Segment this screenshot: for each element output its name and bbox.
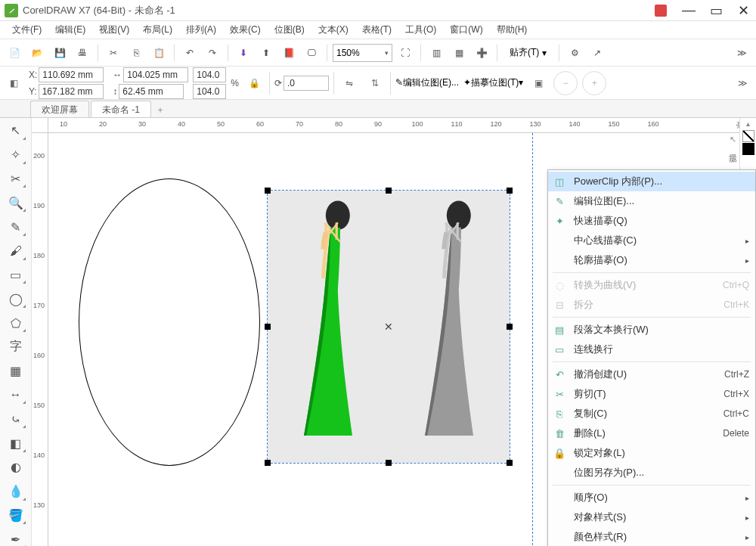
context-menu-item[interactable]: ✦快速描摹(Q) — [548, 211, 755, 231]
vertical-guide[interactable] — [532, 133, 533, 546]
resize-handle[interactable] — [507, 188, 513, 194]
palette-up-button[interactable]: ▴ — [746, 119, 750, 130]
context-menu-item[interactable]: 顺序(O)▸ — [548, 488, 755, 507]
context-menu-item[interactable]: 颜色样式(R)▸ — [548, 527, 755, 546]
scale-y-input[interactable] — [193, 84, 226, 99]
shape-tool[interactable]: ✧ — [5, 145, 26, 165]
context-menu-item[interactable]: 轮廓描摹(O)▸ — [548, 250, 755, 270]
eyedropper-tool[interactable]: 💧 — [5, 482, 26, 501]
width-input[interactable] — [123, 67, 188, 82]
close-button[interactable]: ✕ — [735, 2, 751, 19]
menu-item[interactable]: 表格(T) — [356, 21, 398, 39]
text-tool[interactable]: 字 — [5, 337, 26, 357]
context-menu-item[interactable]: 中心线描摹(C)▸ — [548, 231, 755, 250]
publish-pdf-button[interactable]: 📕 — [279, 43, 299, 63]
context-menu-item[interactable]: 🗑删除(L)Delete — [548, 423, 755, 443]
mirror-v-button[interactable]: ⇅ — [364, 73, 386, 94]
resize-handle[interactable] — [265, 188, 271, 194]
options-button[interactable]: ⚙ — [565, 43, 584, 63]
import-button[interactable]: ⬇ — [234, 43, 253, 63]
menu-item[interactable]: 帮助(H) — [491, 21, 534, 39]
resize-handle[interactable] — [507, 324, 513, 330]
dimension-tool[interactable]: ↔ — [5, 386, 26, 405]
context-menu-item[interactable]: 🔒锁定对象(L) — [548, 443, 755, 463]
minimize-button[interactable]: — — [680, 2, 697, 19]
fullscreen-button[interactable]: ⛶ — [395, 43, 415, 63]
resample-button[interactable]: ▣ — [528, 73, 549, 94]
vertical-ruler[interactable]: 200190180170160150140130 — [32, 133, 48, 546]
connector-tool[interactable]: ⤿ — [5, 409, 26, 429]
zoom-tool[interactable]: 🔍 — [5, 193, 26, 213]
context-menu-item[interactable]: 位图另存为(P)... — [548, 463, 755, 482]
ellipse-object[interactable] — [79, 178, 260, 466]
horizontal-ruler[interactable]: 毫米 1020304050607080901001101201301401501… — [48, 118, 756, 133]
context-menu-item[interactable]: ▭连线换行 — [548, 340, 755, 359]
menu-item[interactable]: 工具(O) — [399, 21, 442, 39]
launch-button[interactable]: ↗ — [587, 43, 607, 63]
freehand-tool[interactable]: ✎ — [5, 217, 26, 237]
effects-tool[interactable]: ◧ — [5, 433, 26, 453]
copy-button[interactable]: ⎘ — [126, 43, 146, 63]
context-menu-item[interactable]: ◫PowerClip 内部(P)... — [548, 172, 755, 191]
selected-bitmap[interactable]: ✕ — [268, 191, 510, 463]
save-button[interactable]: 💾 — [50, 43, 70, 63]
user-badge-icon[interactable] — [655, 5, 667, 17]
context-menu-item[interactable]: ✎编辑位图(E)... — [548, 191, 755, 211]
rectangle-tool[interactable]: ▭ — [5, 265, 26, 285]
menu-item[interactable]: 文件(F) — [6, 21, 48, 39]
print-button[interactable]: 🖶 — [73, 43, 92, 63]
scale-x-input[interactable] — [193, 67, 226, 82]
fill-tool[interactable]: 🪣 — [5, 506, 26, 526]
edit-bitmap-button[interactable]: ✎编辑位图(E)... — [395, 76, 459, 89]
pick-tool[interactable]: ↖ — [5, 121, 26, 141]
polygon-tool[interactable]: ⬠ — [5, 313, 26, 333]
outline-tool[interactable]: ✒ — [5, 529, 26, 546]
snap-to-button[interactable]: 贴齐(T) ▾ — [503, 43, 553, 63]
export-button[interactable]: ⬆ — [256, 43, 276, 63]
paste-button[interactable]: 📋 — [149, 43, 169, 63]
redo-button[interactable]: ↷ — [203, 43, 222, 63]
resize-handle[interactable] — [265, 460, 271, 466]
trace-bitmap-button[interactable]: ✦描摹位图(T)▾ — [463, 76, 523, 89]
guides-button[interactable]: ➕ — [472, 43, 491, 63]
pos-x-input[interactable] — [39, 67, 104, 82]
hints-docker-tab[interactable]: ↖ 提示 — [726, 118, 739, 163]
menu-item[interactable]: 文本(X) — [312, 21, 355, 39]
menu-item[interactable]: 排列(A) — [180, 21, 222, 39]
context-menu-item[interactable]: ↶撤消创建(U)Ctrl+Z — [548, 365, 755, 384]
menu-item[interactable]: 窗口(W) — [444, 21, 488, 39]
canvas-area[interactable]: 毫米 1020304050607080901001101201301401501… — [32, 118, 756, 546]
height-input[interactable] — [119, 84, 184, 99]
menu-item[interactable]: 布局(L) — [137, 21, 178, 39]
context-menu-item[interactable]: ✂剪切(T)Ctrl+X — [548, 384, 755, 404]
color-swatch[interactable] — [742, 157, 754, 169]
context-menu-item[interactable]: 对象样式(S)▸ — [548, 507, 755, 527]
zoom-dropdown[interactable]: 150% ▾ — [333, 44, 392, 62]
open-button[interactable]: 📂 — [27, 43, 47, 63]
resize-handle[interactable] — [386, 460, 392, 466]
cut-button[interactable]: ✂ — [104, 43, 123, 63]
tab-untitled[interactable]: 未命名 -1 — [91, 101, 151, 117]
propbar-overflow-button[interactable]: ≫ — [732, 73, 753, 94]
transparency-tool[interactable]: ◐ — [5, 458, 26, 477]
artistic-tool[interactable]: 🖌 — [5, 241, 26, 261]
ellipse-tool[interactable]: ◯ — [5, 289, 26, 309]
maximize-button[interactable]: ▭ — [708, 2, 724, 19]
tab-welcome[interactable]: 欢迎屏幕 — [30, 101, 89, 117]
grid-button[interactable]: ▦ — [449, 43, 469, 63]
menu-item[interactable]: 视图(V) — [93, 21, 135, 39]
new-doc-button[interactable]: 📄 — [5, 43, 24, 63]
add-tab-button[interactable]: ＋ — [153, 102, 168, 117]
color-swatch[interactable] — [742, 143, 754, 155]
resize-handle[interactable] — [265, 324, 271, 330]
undo-button[interactable]: ↶ — [180, 43, 200, 63]
menu-item[interactable]: 位图(B) — [268, 21, 311, 39]
canvas[interactable]: ✕ ◫PowerClip 内部(P)...✎编辑位图(E)...✦快速描摹(Q)… — [48, 133, 756, 546]
menu-item[interactable]: 编辑(E) — [49, 21, 91, 39]
ruler-origin[interactable] — [32, 118, 48, 133]
resize-handle[interactable] — [386, 188, 392, 194]
menu-item[interactable]: 效果(C) — [224, 21, 267, 39]
context-menu-item[interactable]: ▤段落文本换行(W) — [548, 320, 755, 340]
table-tool[interactable]: ▦ — [5, 361, 26, 381]
rulers-button[interactable]: ▥ — [426, 43, 446, 63]
